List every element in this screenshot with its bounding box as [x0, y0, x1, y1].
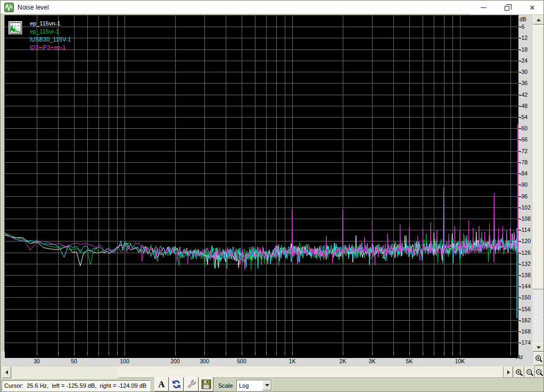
legend-item: ep_115vn-1	[30, 20, 71, 28]
y-axis-label: -108	[520, 215, 531, 222]
x-axis-tick	[87, 352, 88, 355]
window-title: Noise level	[18, 1, 49, 14]
x-axis-labels: 30501002003005001K2K3K5K10K	[5, 358, 518, 366]
scroll-up-button[interactable]	[533, 15, 544, 24]
y-axis-label: -18	[520, 46, 527, 53]
x-axis-tick	[460, 352, 460, 355]
restore-button[interactable]	[496, 1, 520, 14]
x-axis-label: 5K	[400, 358, 419, 364]
spectrum-grid-icon	[10, 22, 21, 34]
refresh-button[interactable]	[169, 377, 184, 391]
datasheet-button[interactable]	[9, 21, 22, 35]
zoom-out-y-button[interactable]	[535, 366, 544, 378]
zoom-in-y-button[interactable]	[534, 352, 544, 365]
magnifier-plus-icon	[515, 369, 523, 377]
y-axis-label: -36	[520, 80, 527, 86]
x-axis-tick	[117, 352, 118, 355]
arrow-right-icon	[507, 370, 510, 374]
minimize-icon	[481, 7, 487, 8]
x-axis-tick	[372, 352, 373, 355]
floppy-save-icon	[201, 379, 211, 389]
y-axis-label: -90	[520, 181, 527, 188]
y-axis-label: -78	[520, 159, 527, 165]
y-axis-label: -168	[520, 328, 531, 335]
x-axis-label: 2K	[333, 358, 352, 364]
x-axis-tick	[285, 352, 285, 355]
y-axis-label: -66	[520, 136, 527, 143]
y-axis-label: -156	[520, 306, 531, 312]
y-axis-label: -48	[520, 103, 527, 109]
x-axis-tick	[242, 352, 242, 355]
y-axis-label: -24	[520, 57, 527, 64]
y-axis-label: -6	[520, 23, 524, 30]
scale-combobox[interactable]: Log	[236, 380, 272, 391]
y-axis-label: -84	[520, 170, 527, 177]
arrow-left-icon	[5, 370, 8, 374]
x-axis-label: 300	[195, 358, 214, 364]
x-axis-tick	[393, 352, 394, 355]
x-axis-label: 50	[64, 358, 84, 364]
zoom-out-x-button[interactable]	[524, 366, 535, 378]
app-icon	[4, 3, 14, 12]
legend-item: iUSB30_115V-1	[30, 36, 71, 44]
legend: ep_115vn-1ep_115vr-1iUSB30_115V-1iD3+iP3…	[30, 20, 71, 52]
arrow-down-icon	[265, 384, 269, 387]
x-axis-label: 200	[166, 358, 185, 364]
app-window: Noise level ✕ ep_115vn-1ep_115vr-1iUSB30…	[0, 0, 544, 392]
y-axis-strip: dB-6-12-18-24-30-36-42-48-54-60-66-72-78…	[518, 15, 533, 352]
x-axis-tick	[510, 352, 511, 355]
vertical-scroll-thumb[interactable]	[533, 25, 544, 289]
x-axis-label: 100	[115, 358, 134, 364]
settings-button[interactable]	[184, 377, 199, 391]
x-axis-tick	[255, 352, 255, 355]
vertical-scrollbar[interactable]	[533, 15, 544, 352]
y-axis-label: -120	[520, 238, 531, 244]
x-axis-tick	[452, 352, 453, 355]
noise-spectrum-chart[interactable]	[5, 15, 518, 352]
x-axis-tick	[423, 352, 423, 355]
legend-item: iD3+iP3+ep-1	[30, 44, 71, 52]
title-bar: Noise level ✕	[1, 1, 544, 14]
y-axis-label: -150	[520, 294, 531, 301]
x-axis-tick	[226, 352, 226, 355]
minimize-button[interactable]	[471, 1, 496, 14]
scale-label: Scale	[218, 382, 233, 389]
x-axis-tick	[409, 352, 410, 355]
x-axis-tick	[98, 352, 99, 355]
x-axis-label: 3K	[362, 358, 382, 364]
y-axis-label: -132	[520, 261, 531, 267]
font-button[interactable]: A	[154, 377, 169, 391]
save-button[interactable]	[199, 377, 213, 391]
zoom-in-x-button[interactable]	[514, 366, 524, 378]
y-axis-label: -102	[520, 204, 531, 211]
x-axis-tick	[37, 352, 37, 355]
x-axis-tick	[276, 352, 277, 355]
x-axis-tick	[58, 352, 59, 355]
scroll-down-button[interactable]	[533, 343, 544, 352]
combobox-dropdown-button[interactable]	[262, 380, 271, 390]
x-axis-tick	[125, 352, 125, 355]
x-axis-ticks	[5, 352, 518, 358]
y-axis-label: -60	[520, 125, 527, 131]
y-axis-label: -138	[520, 272, 531, 278]
horizontal-scroll-thumb[interactable]	[118, 366, 504, 378]
font-A-icon: A	[158, 379, 164, 390]
magnifier-minus-icon	[535, 369, 543, 377]
x-axis-label: 1K	[283, 358, 302, 364]
magnifier-plus-icon	[535, 355, 543, 363]
refresh-icon	[171, 379, 182, 389]
y-axis-label: -126	[520, 249, 531, 256]
cursor-readout: Cursor: 25.6 Hz, left = -125.59 dB, righ…	[2, 380, 150, 391]
x-axis-tick	[292, 352, 293, 355]
scroll-right-button[interactable]	[504, 366, 513, 378]
x-axis-tick	[175, 352, 176, 355]
status-bar: Cursor: 25.6 Hz, left = -125.59 dB, righ…	[1, 378, 544, 392]
x-axis-unit: Hz	[516, 354, 523, 360]
y-axis-label: -174	[520, 339, 531, 346]
x-axis-label: 30	[27, 358, 46, 364]
y-axis-label: -72	[520, 148, 527, 154]
y-axis-label: -12	[520, 35, 527, 41]
scroll-left-button[interactable]	[2, 366, 11, 378]
x-axis-tick	[74, 352, 75, 355]
close-button[interactable]: ✕	[520, 1, 544, 14]
